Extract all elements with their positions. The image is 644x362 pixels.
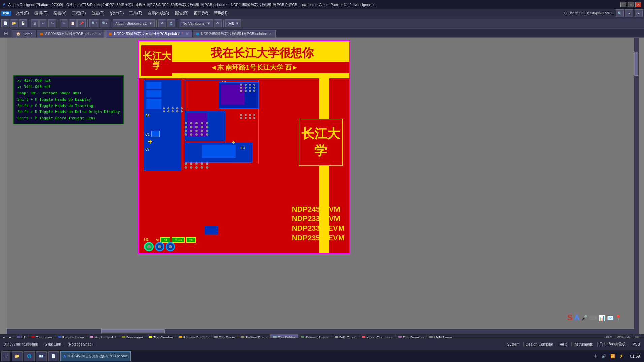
plus-c4: + [232, 139, 235, 145]
language-indicator[interactable]: 中 [592, 354, 599, 359]
status-system[interactable]: System [505, 342, 521, 346]
new-btn[interactable]: 📄 [1, 19, 9, 27]
menu-window[interactable]: 窗口(W) [191, 10, 211, 17]
sep4 [111, 20, 111, 27]
tabs-expand-icon[interactable]: ⊞ [4, 31, 8, 36]
status-instruments[interactable]: Instruments [571, 342, 595, 346]
view-mode-dropdown[interactable]: Altium Standard 2D ▼ [113, 19, 155, 27]
menu-tools[interactable]: 工具(T) [126, 10, 145, 17]
zoom-out-btn[interactable]: 🔍- [100, 19, 109, 27]
status-openbus[interactable]: OpenBus调色板 [597, 341, 628, 347]
status-mode: (Hotspot Snap) [66, 342, 95, 346]
tab-icon3 [196, 33, 199, 35]
cut-btn[interactable]: ✂ [60, 19, 68, 27]
window-title: Altium Designer (Platform 27009) - C:\Us… [8, 2, 376, 7]
tab-close-ndp2450-pcb[interactable]: ✕ [186, 32, 188, 36]
canvas-area[interactable]: x: 4377.000 mil y: 3444.000 mil Snap: 1m… [7, 38, 639, 346]
menu-reports[interactable]: 报告(R) [172, 10, 191, 17]
tab-ssp9480[interactable]: SSP9480原理图与PCB.pcbdoc ✕ [37, 30, 105, 37]
c3-pad [205, 226, 218, 234]
inspect-btn[interactable]: 🔬 [167, 19, 175, 27]
vertical-scrollbar[interactable] [634, 38, 639, 329]
cross-probe-btn[interactable]: ⊕ [158, 19, 166, 27]
tab-modified: * [182, 32, 184, 36]
browser-icon: 🌐 [27, 354, 32, 358]
close-button[interactable]: ✕ [635, 2, 641, 7]
tab-icon2 [109, 33, 112, 35]
menu-design[interactable]: 设计(D) [107, 10, 127, 17]
maximize-button[interactable]: □ [628, 2, 634, 7]
hscroll-thumb[interactable] [101, 329, 165, 333]
print-btn[interactable]: 🖨 [31, 19, 39, 27]
menu-view[interactable]: 察看(V) [51, 10, 69, 17]
menu-project[interactable]: 工程(C) [69, 10, 89, 17]
status-help[interactable]: Help [557, 342, 569, 346]
browser-btn[interactable]: 🌐 [24, 351, 35, 361]
tab-home[interactable]: 🏠 Home [12, 30, 36, 37]
system-clock[interactable]: 01:59 [627, 354, 643, 359]
pcb-models: NDP2450EVM NDP2331EVM NDP23301EVM NDP235… [292, 205, 344, 243]
model-3: NDP23301EVM [292, 224, 344, 233]
window-controls: ─ □ ✕ [620, 2, 641, 7]
altium-taskbtn[interactable]: A NDP2450降压芯片原理图与PCB.pcbdoc [60, 351, 131, 361]
pcb-board: 长江大学 我在长江大学很想你 ◄东 南环路1号长江大学 西► R4 R2 R1 … [138, 40, 350, 254]
zoom-in-btn[interactable]: 🔍+ [89, 19, 99, 27]
email-btn[interactable]: 📧 [36, 351, 47, 361]
volume-icon[interactable]: 🔊 [600, 354, 608, 358]
save-btn[interactable]: 💾 [19, 19, 27, 27]
open-btn[interactable]: 📂 [10, 19, 18, 27]
status-design-compiler[interactable]: Design Compiler [523, 342, 555, 346]
hint1: Shift + H Toggle Heads Up Display [17, 97, 120, 103]
vscroll-thumb[interactable] [634, 52, 638, 75]
menu-place[interactable]: 放置(P) [89, 10, 107, 17]
menu-help[interactable]: 帮助(H) [211, 10, 230, 17]
filter-dropdown[interactable]: (All) ▼ [225, 19, 242, 27]
horizontal-scrollbar[interactable] [7, 329, 639, 334]
h1-area: H1 [144, 238, 175, 251]
minimize-button[interactable]: ─ [620, 2, 626, 7]
search-btn[interactable]: 🔍 [616, 9, 624, 17]
network-icon[interactable]: 📶 [609, 354, 616, 358]
ic-block-main: R3 C1 C2 [144, 80, 181, 171]
undo-btn[interactable]: ↩ [39, 19, 47, 27]
redo-btn[interactable]: ↪ [48, 19, 56, 27]
menu-autoroute[interactable]: 自动布线(A) [145, 10, 172, 17]
status-pcb[interactable]: PCB [630, 342, 642, 346]
status-bar: X:4377mil Y:3444mil Grid: 1mil (Hotspot … [0, 338, 644, 350]
coord-display: x: 4377.000 mil y: 3444.000 mil Snap: 1m… [13, 75, 124, 124]
variations-dropdown[interactable]: [No Variations] ▼ [179, 19, 213, 27]
hint3: Shift + D Toggle Heads Up Delta Origin D… [17, 109, 120, 115]
nav-back-btn[interactable]: ◄ [625, 9, 633, 17]
coord-y: y: 3444.000 mil [17, 84, 120, 90]
title-bar: A Altium Designer (Platform 27009) - C:\… [0, 0, 644, 9]
nav-fwd-btn[interactable]: ► [635, 9, 643, 17]
tab-close-ndp2450-sch[interactable]: ✕ [269, 32, 272, 36]
file-explorer-btn[interactable]: 📁 [12, 351, 23, 361]
status-coords: X:4377mil Y:3444mil [2, 342, 40, 346]
sep6 [177, 20, 177, 27]
via-array-1 [163, 107, 184, 112]
paste-btn[interactable]: 📌 [77, 19, 86, 27]
app-icon: A [3, 2, 6, 7]
power-icon[interactable]: ⚡ [618, 354, 625, 358]
dxp-logo[interactable]: DXP [1, 11, 11, 16]
pcb-right-logo: 长江大学 [299, 119, 343, 166]
model-2: NDP2331EVM [292, 214, 344, 224]
menu-edit[interactable]: 编辑(E) [32, 10, 51, 17]
status-grid: Grid: 1mil [43, 342, 63, 346]
tab-ndp2450-sch[interactable]: NDP2450降压芯片原理图与PCB.schdoc ✕ [193, 30, 276, 37]
menu-bar: DXP 文件(F) 编辑(E) 察看(V) 工程(C) 放置(P) 设计(D) … [0, 9, 644, 17]
email-icon: 📧 [39, 354, 44, 358]
h1-pad3 [166, 242, 175, 251]
tab-close-ssp9480[interactable]: ✕ [98, 32, 101, 36]
notepad-btn[interactable]: 📄 [48, 351, 59, 361]
menu-file[interactable]: 文件(F) [13, 10, 32, 17]
start-button[interactable]: ⊞ [1, 351, 10, 361]
windows-icon: ⊞ [4, 354, 7, 358]
ic-lower-block: C4 [185, 143, 252, 163]
copy-btn[interactable]: 📋 [69, 19, 77, 27]
compile-btn[interactable]: ⚙ [214, 19, 222, 27]
altium-taskbar-icon: A [63, 354, 66, 358]
tab-ndp2450-pcb[interactable]: NDP2450降压芯片原理图与PCB.pcbdoc * ✕ [105, 30, 192, 37]
pcb-circuit: R4 R2 R1 R3 C1 [139, 78, 349, 253]
